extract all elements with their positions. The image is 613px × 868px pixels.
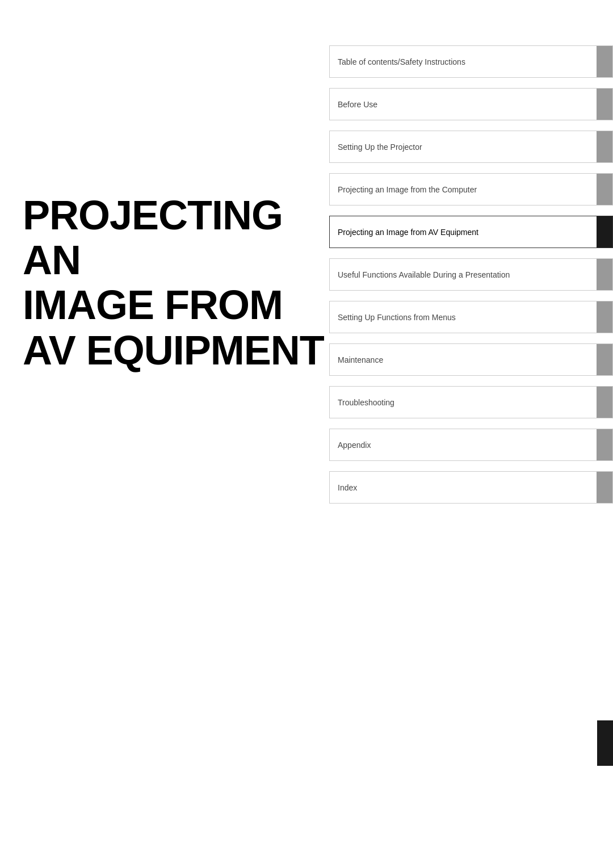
main-title: PROJECTING AN IMAGE FROM AV EQUIPMENT: [23, 193, 341, 373]
nav-item-tab-troubleshooting: [597, 387, 612, 418]
nav-item-label-toc: Table of contents/Safety Instructions: [330, 46, 597, 77]
nav-item-label-setting-up-menus: Setting Up Functions from Menus: [330, 301, 597, 333]
nav-item-tab-useful-functions: [597, 259, 612, 290]
nav-item-tab-appendix: [597, 429, 612, 460]
nav-item-label-appendix: Appendix: [330, 429, 597, 460]
nav-item-setting-up-menus[interactable]: Setting Up Functions from Menus: [329, 301, 613, 333]
nav-item-toc[interactable]: Table of contents/Safety Instructions: [329, 45, 613, 78]
nav-item-tab-setting-up-projector: [597, 131, 612, 162]
nav-item-useful-functions[interactable]: Useful Functions Available During a Pres…: [329, 258, 613, 291]
nav-item-tab-projecting-av: [597, 216, 612, 248]
title-line1: PROJECTING AN: [23, 192, 283, 283]
nav-item-label-index: Index: [330, 472, 597, 503]
nav-item-projecting-av[interactable]: Projecting an Image from AV Equipment: [329, 216, 613, 248]
nav-item-label-before-use: Before Use: [330, 89, 597, 120]
nav-item-label-useful-functions: Useful Functions Available During a Pres…: [330, 259, 597, 290]
nav-item-appendix[interactable]: Appendix: [329, 429, 613, 461]
nav-item-troubleshooting[interactable]: Troubleshooting: [329, 386, 613, 418]
nav-item-tab-projecting-computer: [597, 174, 612, 205]
nav-item-label-troubleshooting: Troubleshooting: [330, 387, 597, 418]
nav-item-before-use[interactable]: Before Use: [329, 88, 613, 120]
nav-item-setting-up-projector[interactable]: Setting Up the Projector: [329, 131, 613, 163]
navigation-panel: Table of contents/Safety InstructionsBef…: [329, 45, 613, 514]
nav-item-tab-maintenance: [597, 344, 612, 375]
title-line3: AV EQUIPMENT: [23, 328, 324, 373]
title-line2: IMAGE FROM: [23, 282, 283, 328]
nav-item-tab-index: [597, 472, 612, 503]
nav-item-projecting-computer[interactable]: Projecting an Image from the Computer: [329, 173, 613, 206]
nav-item-maintenance[interactable]: Maintenance: [329, 343, 613, 376]
nav-item-label-projecting-av: Projecting an Image from AV Equipment: [330, 216, 597, 248]
nav-item-tab-toc: [597, 46, 612, 77]
nav-item-label-setting-up-projector: Setting Up the Projector: [330, 131, 597, 162]
nav-item-label-maintenance: Maintenance: [330, 344, 597, 375]
bottom-tab-block: [597, 720, 613, 766]
nav-item-index[interactable]: Index: [329, 471, 613, 504]
nav-item-label-projecting-computer: Projecting an Image from the Computer: [330, 174, 597, 205]
nav-item-tab-setting-up-menus: [597, 301, 612, 333]
nav-item-tab-before-use: [597, 89, 612, 120]
